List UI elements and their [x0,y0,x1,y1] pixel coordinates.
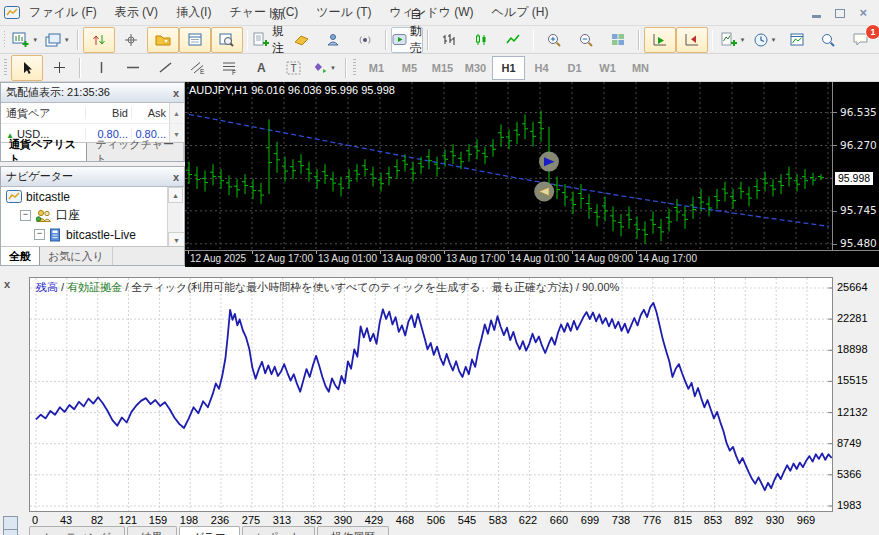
tester-tab-active[interactable]: グラフ [179,526,241,535]
restore-icon[interactable] [835,7,845,18]
profiles-button[interactable]: ▼ [41,27,73,53]
toolbar-grip[interactable] [4,59,7,77]
metaeditor-button[interactable] [285,27,317,53]
crosshair-tool[interactable] [43,55,75,81]
server-icon [49,228,62,242]
bar-chart-mode-button[interactable] [433,27,465,53]
signals-button[interactable] [349,27,381,53]
price-chart-window[interactable]: AUDJPY,H1 96.016 96.036 95.996 95.998 96… [185,82,879,267]
navigator-item--[interactable]: −口座 [1,206,184,225]
auto-scroll-toggle[interactable] [644,27,676,53]
tester-tab-item[interactable]: 操作履歴 [317,526,389,535]
fibonacci-tool[interactable]: F [213,55,245,81]
timeframe-w1[interactable]: W1 [591,56,624,80]
toolbar-grip[interactable] [353,59,356,77]
community-button[interactable] [317,27,349,53]
zoom-in-button[interactable] [538,27,570,53]
tester-x-label: 352 [296,514,330,526]
market-watch-tab[interactable]: 通貨ペアリスト [1,143,87,161]
trendline-tool[interactable] [149,55,181,81]
current-price-tag: 95.998 [835,172,873,185]
tester-graph[interactable]: 残高 / 有効証拠金 / 全ティック(利用可能な最小時間枠を使いすべてのティック… [29,277,833,512]
new-order-button[interactable]: 新規注文 [252,27,285,53]
menu-item-3[interactable]: チャート (C) [220,4,307,21]
search-button[interactable] [813,27,845,53]
crosshair-icon [53,61,66,74]
auto-trading-button[interactable]: 自動売買 [391,27,424,53]
panel-splitter[interactable] [0,267,879,277]
tester-tab-item[interactable]: 結果 [127,526,177,535]
arrows-tool[interactable]: ▼ [309,55,341,81]
chart-bars-icon [442,33,455,46]
chat-button[interactable]: 1 [845,27,877,53]
timeframe-m15[interactable]: M15 [426,56,459,80]
templates-button[interactable] [781,27,813,53]
tester-x-label: 853 [696,514,730,526]
minimize-icon[interactable] [812,7,821,18]
navigator-scrollbar[interactable]: ▲ ▼ [167,187,183,248]
chart-pane[interactable] [185,82,832,250]
tester-x-label: 468 [388,514,422,526]
timeframe-d1[interactable]: D1 [558,56,591,80]
timeframe-m30[interactable]: M30 [459,56,492,80]
chart-shift-toggle[interactable] [676,27,708,53]
periods-button[interactable]: ▼ [749,27,781,53]
close-icon[interactable]: x [4,278,10,290]
menu-item-1[interactable]: 表示 (V) [106,4,167,21]
toolbar-separator [427,30,428,50]
terminal-toggle[interactable] [179,27,211,53]
navigator-tab[interactable]: 全般 [1,247,40,265]
menu-item-0[interactable]: ファイル (F) [20,4,106,21]
navigator-item-bitcastle-live[interactable]: −bitcastle-Live [1,225,184,244]
candlestick-mode-button[interactable] [465,27,497,53]
timeframe-h1[interactable]: H1 [492,56,525,80]
close-icon[interactable]: x [173,171,179,183]
data-window-toggle[interactable] [115,27,147,53]
tester-settings-icon[interactable] [3,516,18,530]
toolbar-grip[interactable] [4,31,5,49]
vertical-line-tool[interactable] [85,55,117,81]
equidistant-channel-tool[interactable]: E [181,55,213,81]
menu-item-2[interactable]: 挿入(I) [167,4,220,21]
tile-windows-button[interactable] [602,27,634,53]
line-chart-mode-button[interactable] [497,27,529,53]
navigator-item-bitcastle[interactable]: bitcastle [1,187,184,206]
tester-y-label: 18898 [837,343,868,355]
market-watch-header: 通貨ペアBidAsk▲ [1,103,184,124]
tester-x-label: 43 [49,514,83,526]
dropdown-caret-icon: ▼ [32,37,38,43]
tester-report-icon[interactable] [3,529,18,535]
close-icon[interactable]: × [859,7,867,19]
market-watch-toggle[interactable] [83,27,115,53]
scroll-up-icon[interactable]: ▲ [168,187,183,203]
tester-tab-item[interactable]: レポート [242,526,315,535]
strategy-tester-toggle[interactable] [211,27,243,53]
scroll-up-icon[interactable]: ▲ [169,103,183,123]
time-tick [636,251,637,254]
collapse-icon[interactable]: − [20,210,31,221]
text-label-tool[interactable]: T [277,55,309,81]
menu-item-6[interactable]: ヘルプ (H) [483,4,558,21]
text-tool[interactable]: A [245,55,277,81]
time-tick [316,251,317,254]
new-chart-button[interactable]: ▼ [9,27,41,53]
timeframe-m1[interactable]: M1 [360,56,393,80]
timeframe-mn[interactable]: MN [624,56,657,80]
hline-icon [126,61,140,74]
zoom-out-button[interactable] [570,27,602,53]
horizontal-line-tool[interactable] [117,55,149,81]
navigator-tab[interactable]: お気に入り [40,247,113,265]
timeframe-h4[interactable]: H4 [525,56,558,80]
time-axis[interactable]: 12 Aug 202512 Aug 17:0013 Aug 01:0013 Au… [185,250,879,267]
market-watch-tab[interactable]: ティックチャート [87,143,184,161]
tester-tab-item[interactable]: セッティング [29,526,125,535]
indicators-button[interactable]: ▼ [717,27,749,53]
collapse-icon[interactable]: − [34,229,45,240]
timeframe-m5[interactable]: M5 [393,56,426,80]
navigator-toggle[interactable] [147,27,179,53]
menu-item-4[interactable]: ツール (T) [307,4,380,21]
cursor-tool[interactable] [11,55,43,81]
menu-item-5[interactable]: ウィンドウ (W) [381,4,483,21]
price-axis[interactable]: 96.53596.27095.74595.48095.998 [832,82,879,250]
close-icon[interactable]: x [173,87,179,99]
